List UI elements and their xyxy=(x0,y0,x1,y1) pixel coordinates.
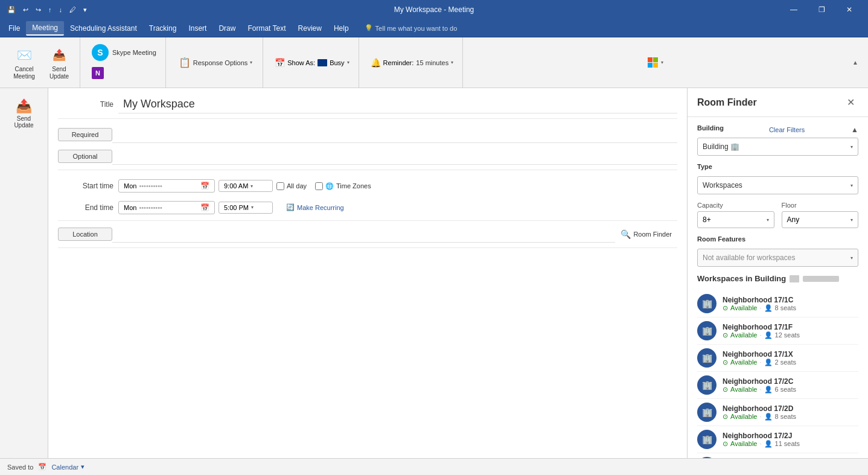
rf-floor-dropdown[interactable]: Any ▾ xyxy=(782,211,859,228)
room-finder-icon: 🔍 xyxy=(621,229,631,239)
title-label: Title xyxy=(58,100,118,109)
rf-capacity-col: Capacity 8+ ▾ xyxy=(697,202,774,228)
menu-draw[interactable]: Draw xyxy=(212,22,241,35)
workspace-item-4[interactable]: 🏢 Neighborhood 17/2D ⊙ Available · 👤 8 s… xyxy=(697,399,858,426)
show-as-label: Show As: xyxy=(287,59,315,66)
calendar-label[interactable]: Calendar ▾ xyxy=(51,463,85,471)
response-options-button[interactable]: 📋 Response Options ▾ xyxy=(173,53,258,72)
rf-floor-col: Floor Any ▾ xyxy=(782,202,859,228)
ws-seats-2: 2 seats xyxy=(775,359,796,366)
undo-btn[interactable]: ↩ xyxy=(21,5,31,15)
skype-meeting-button[interactable]: S Skype Meeting xyxy=(88,40,161,65)
rf-capacity-floor: Capacity 8+ ▾ Floor Any ▾ xyxy=(697,202,858,228)
start-date-input[interactable]: Mon •••••••••• 📅 xyxy=(118,179,215,193)
reminder-value: 15 minutes xyxy=(416,59,448,66)
ws-status-1: Available xyxy=(730,331,757,339)
menu-tracking[interactable]: Tracking xyxy=(143,22,183,35)
menu-meeting[interactable]: Meeting xyxy=(26,21,64,36)
all-day-text: All day xyxy=(287,182,307,190)
close-button[interactable]: ✕ xyxy=(835,0,863,19)
menu-format-text[interactable]: Format Text xyxy=(241,22,292,35)
send-update-button[interactable]: 📤 Send Update xyxy=(43,40,75,85)
rf-clear-filters-button[interactable]: Clear Filters xyxy=(769,126,805,133)
ws-meta-2: ⊙ Available · 👤 2 seats xyxy=(723,359,858,366)
rf-building-row: Building Clear Filters ▲ xyxy=(697,124,858,135)
ws-info-0: Neighborhood 17/1C ⊙ Available · 👤 8 sea… xyxy=(723,296,858,312)
send-update-side-button[interactable]: 📤 Send Update xyxy=(4,93,45,134)
ws-icon-people-4: 👤 xyxy=(764,413,773,421)
rf-features-dropdown[interactable]: Not available for workspaces ▾ xyxy=(697,249,858,267)
required-input[interactable] xyxy=(112,126,677,143)
expand-btn[interactable]: ▾ xyxy=(81,5,89,15)
show-as-dropdown[interactable]: 📅 Show As: Busy ▾ xyxy=(270,56,353,69)
location-button[interactable]: Location xyxy=(58,228,112,241)
workspace-item-6[interactable]: 🏢 Neighborhood 17/3K ⊙ Available xyxy=(697,453,858,458)
up-btn[interactable]: ↑ xyxy=(46,5,54,14)
optional-row: Optional xyxy=(58,148,677,170)
cancel-meeting-button[interactable]: ✉️ Cancel Meeting xyxy=(7,40,41,85)
workspace-item-2[interactable]: 🏢 Neighborhood 17/1X ⊙ Available · 👤 2 s… xyxy=(697,345,858,372)
redo-btn[interactable]: ↪ xyxy=(33,5,43,15)
reminder-arrow: ▾ xyxy=(451,60,453,65)
rf-building-dropdown[interactable]: Building 🏢 ▾ xyxy=(697,138,858,156)
minimize-button[interactable]: — xyxy=(780,0,808,19)
all-day-checkbox[interactable] xyxy=(276,182,284,190)
window-controls: — ❐ ✕ xyxy=(780,0,863,19)
ws-name-1: Neighborhood 17/1F xyxy=(723,323,858,331)
room-finder-panel: Room Finder ✕ Building Clear Filters ▲ B… xyxy=(687,88,868,458)
workspace-item-5[interactable]: 🏢 Neighborhood 17/2J ⊙ Available · 👤 11 … xyxy=(697,426,858,453)
rf-capacity-dropdown[interactable]: 8+ ▾ xyxy=(697,211,774,228)
ms-logo-area[interactable]: ▾ xyxy=(648,57,663,68)
onenote-button[interactable]: N xyxy=(88,65,161,81)
optional-input[interactable] xyxy=(112,148,677,165)
end-time-label: End time xyxy=(58,203,118,212)
restore-button[interactable]: ❐ xyxy=(808,0,835,19)
optional-button[interactable]: Optional xyxy=(58,150,112,163)
response-options-icon: 📋 xyxy=(179,57,191,68)
end-time-select[interactable]: 5:00 PM ▾ xyxy=(219,202,273,214)
rf-type-value: Workspaces xyxy=(703,181,742,190)
ws-meta-0: ⊙ Available · 👤 8 seats xyxy=(723,304,858,312)
rf-building-chevron[interactable]: ▲ xyxy=(851,126,858,134)
recurring-icon: 🔄 xyxy=(286,203,295,211)
calendar-icon-status: 📅 xyxy=(38,463,46,471)
ribbon-group-show-as: 📅 Show As: Busy ▾ xyxy=(266,37,359,88)
rf-floor-arrow: ▾ xyxy=(850,217,853,223)
end-date-text: Mon xyxy=(124,204,136,211)
start-time-select[interactable]: 9:00 AM ▾ xyxy=(219,180,273,192)
workspace-item-1[interactable]: 🏢 Neighborhood 17/1F ⊙ Available · 👤 12 … xyxy=(697,317,858,345)
ribbon-collapse-button[interactable]: ▲ xyxy=(847,57,863,68)
rf-type-dropdown[interactable]: Workspaces ▾ xyxy=(697,176,858,194)
time-zones-checkbox[interactable] xyxy=(315,182,323,190)
rf-close-button[interactable]: ✕ xyxy=(843,95,858,109)
search-bar[interactable]: 💡 Tell me what you want to do xyxy=(365,24,458,32)
rf-features-arrow: ▾ xyxy=(850,255,853,261)
down-btn[interactable]: ↓ xyxy=(57,5,65,14)
ribbon-group-actions: ✉️ Cancel Meeting 📤 Send Update xyxy=(5,37,80,88)
search-label: Tell me what you want to do xyxy=(375,25,458,32)
workspace-item-3[interactable]: 🏢 Neighborhood 17/2C ⊙ Available · 👤 6 s… xyxy=(697,372,858,399)
save-btn[interactable]: 💾 xyxy=(5,5,18,15)
menu-insert[interactable]: Insert xyxy=(182,22,212,35)
menu-scheduling[interactable]: Scheduling Assistant xyxy=(64,22,143,35)
ws-meta-1: ⊙ Available · 👤 12 seats xyxy=(723,331,858,339)
format-btn[interactable]: 🖊 xyxy=(67,5,78,14)
menu-review[interactable]: Review xyxy=(292,22,328,35)
required-button[interactable]: Required xyxy=(58,128,112,141)
ws-icon-people-1: 👤 xyxy=(764,331,773,339)
ws-icon-4: 🏢 xyxy=(697,403,716,422)
location-input[interactable] xyxy=(112,226,615,243)
reminder-dropdown[interactable]: 🔔 Reminder: 15 minutes ▾ xyxy=(366,56,458,69)
menu-help[interactable]: Help xyxy=(328,22,355,35)
make-recurring-button[interactable]: 🔄 Make Recurring xyxy=(286,203,344,211)
workspace-item-0[interactable]: 🏢 Neighborhood 17/1C ⊙ Available · 👤 8 s… xyxy=(697,290,858,317)
time-zones-label[interactable]: 🌐 Time Zones xyxy=(315,182,371,190)
rf-building-name-placeholder xyxy=(803,276,839,282)
end-date-input[interactable]: Mon •••••••••• 📅 xyxy=(118,201,215,214)
title-input[interactable] xyxy=(118,95,677,113)
all-day-label[interactable]: All day xyxy=(276,182,307,190)
rf-features-value: Not available for workspaces xyxy=(703,253,795,262)
rf-building-arrow: ▾ xyxy=(850,144,853,150)
room-finder-button[interactable]: 🔍 Room Finder xyxy=(615,226,677,242)
menu-file[interactable]: File xyxy=(2,22,26,35)
